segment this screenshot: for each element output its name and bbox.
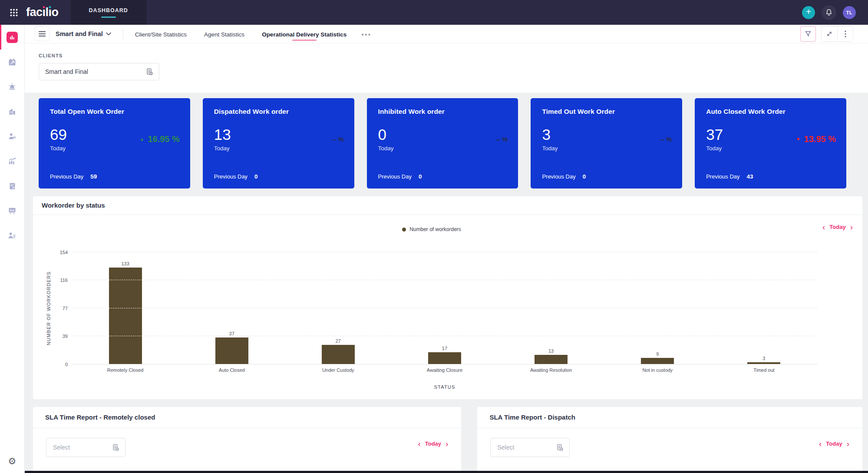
hamburger-icon bbox=[39, 31, 46, 37]
kpi-value: 3 bbox=[542, 127, 558, 142]
chart-growth-icon bbox=[8, 157, 17, 165]
clipboard-check-icon bbox=[8, 182, 17, 190]
kpi-change-text: 13.95 % bbox=[804, 134, 836, 144]
chevron-left-icon[interactable]: ‹ bbox=[822, 223, 825, 231]
calendar-wrench-icon bbox=[8, 58, 17, 66]
bar[interactable] bbox=[428, 352, 461, 364]
sla-body: ‹ Today › bbox=[33, 428, 461, 466]
x-tick-label: Auto Closed bbox=[178, 367, 285, 373]
kpi-change-text: -- % bbox=[332, 136, 344, 143]
kpi-period: Today bbox=[214, 145, 231, 152]
main-content: Smart and Final Client/Site Statistics A… bbox=[25, 25, 868, 473]
legend-dot-icon bbox=[402, 228, 406, 232]
kpi-change: -- % bbox=[657, 136, 672, 143]
filter-button[interactable] bbox=[800, 26, 816, 42]
x-tick-label: Awaiting Closure bbox=[391, 367, 498, 373]
kpi-value: 0 bbox=[378, 127, 394, 142]
sla-card-row: SLA Time Report - Remotely closed ‹ bbox=[33, 407, 863, 473]
bar-value-label: 133 bbox=[121, 261, 129, 266]
chevron-right-icon[interactable]: › bbox=[446, 440, 448, 448]
subnav-actions bbox=[800, 26, 853, 42]
sidebar-item-workforce[interactable] bbox=[7, 131, 18, 142]
sla-select-input[interactable] bbox=[47, 444, 99, 451]
kpi-title: Auto Closed Work Order bbox=[706, 108, 836, 116]
kpi-card-total-open: Total Open Work Order 69 Today ▲16.95 % … bbox=[39, 98, 190, 189]
bar-column: 133 bbox=[72, 252, 178, 364]
add-button[interactable]: + bbox=[802, 6, 815, 19]
chevron-right-icon[interactable]: › bbox=[850, 223, 853, 231]
kpi-card-timed-out: Timed Out Work Order 3 Today -- % Previo… bbox=[531, 98, 682, 189]
chevron-left-icon[interactable]: ‹ bbox=[418, 440, 420, 448]
gridline bbox=[72, 336, 817, 336]
bar[interactable] bbox=[215, 337, 248, 364]
dashboard-menu-button[interactable] bbox=[35, 26, 50, 41]
change-arrow-icon: ▲ bbox=[140, 137, 145, 142]
sla-body: ‹ Today › bbox=[477, 428, 862, 466]
fullscreen-button[interactable] bbox=[822, 26, 837, 41]
bar[interactable] bbox=[109, 268, 142, 364]
lookup-form-icon bbox=[556, 443, 564, 452]
more-tabs-button[interactable]: ••• bbox=[361, 30, 371, 39]
kpi-prev-value: 43 bbox=[747, 173, 753, 180]
kpi-period: Today bbox=[378, 145, 394, 152]
sidebar-item-maintenance[interactable] bbox=[7, 56, 18, 68]
chevron-left-icon[interactable]: ‹ bbox=[819, 440, 822, 448]
sidebar-item-board[interactable] bbox=[7, 205, 18, 216]
kpi-card-dispatched: Dispatched Work order 13 Today -- % Prev… bbox=[203, 98, 354, 189]
chart-range-label[interactable]: Today bbox=[829, 224, 845, 230]
kpi-title: Timed Out Work Order bbox=[542, 108, 672, 116]
clients-select[interactable]: Smart and Final bbox=[39, 63, 159, 80]
user-avatar[interactable]: TL bbox=[843, 6, 856, 19]
x-tick-label: Remotely Closed bbox=[72, 367, 178, 373]
kpi-change-text: -- % bbox=[660, 136, 672, 143]
tab-operational-delivery-statistics[interactable]: Operational Delivery Statistics bbox=[262, 25, 347, 43]
gridline bbox=[72, 252, 817, 252]
bar[interactable] bbox=[641, 358, 674, 364]
sidebar-item-facilities[interactable] bbox=[7, 106, 18, 117]
kpi-prev-label: Previous Day bbox=[50, 173, 83, 180]
chevron-right-icon[interactable]: › bbox=[847, 440, 849, 448]
gear-icon: ⚙ bbox=[8, 456, 17, 466]
sla-range-label[interactable]: Today bbox=[425, 440, 441, 447]
sidebar-item-analytics[interactable] bbox=[7, 155, 18, 167]
sidebar-item-alarms[interactable] bbox=[7, 81, 18, 93]
y-axis-title: NUMBER OF WORKORDERS bbox=[46, 252, 51, 364]
sla-select-input[interactable] bbox=[492, 444, 544, 451]
tab-agent-statistics[interactable]: Agent Statistics bbox=[204, 25, 244, 43]
sla-select-remotely-closed[interactable] bbox=[46, 438, 125, 457]
sla-select-dispatch[interactable] bbox=[490, 438, 570, 457]
sla-date-nav: ‹ Today › bbox=[819, 440, 849, 448]
legend-label: Number of workorders bbox=[409, 226, 461, 232]
lookup-form-icon bbox=[112, 443, 120, 452]
dashboard-switcher[interactable]: Smart and Final bbox=[56, 30, 111, 37]
sidebar-item-inspections[interactable] bbox=[7, 180, 18, 192]
chart-grid: 1333727171393 03977116154 bbox=[72, 252, 817, 364]
sidebar-item-settings[interactable]: ⚙ bbox=[7, 456, 18, 467]
gridline bbox=[72, 308, 817, 308]
sla-range-label[interactable]: Today bbox=[826, 440, 842, 447]
bar-column: 9 bbox=[604, 252, 711, 364]
presentation-board-icon bbox=[8, 206, 17, 215]
gridline bbox=[72, 280, 817, 280]
sidebar-active-indicator bbox=[0, 25, 1, 50]
clients-label: CLIENTS bbox=[39, 53, 854, 58]
bar-value-label: 27 bbox=[336, 338, 341, 344]
kpi-title: Dispatched Work order bbox=[214, 108, 344, 116]
sidebar-item-people[interactable] bbox=[7, 230, 18, 241]
avatar-initials: TL bbox=[846, 10, 852, 15]
workorder-by-status-card: Workorder by status ‹ Today › Number of … bbox=[33, 196, 863, 400]
sidebar-item-dashboard[interactable] bbox=[7, 32, 18, 43]
bar[interactable] bbox=[322, 345, 355, 364]
person-badge-icon bbox=[8, 132, 17, 141]
filters-panel: CLIENTS Smart and Final bbox=[25, 43, 868, 93]
notifications-button[interactable] bbox=[822, 5, 836, 20]
options-button[interactable] bbox=[837, 26, 853, 41]
tab-client-site-statistics[interactable]: Client/Site Statistics bbox=[135, 25, 187, 43]
apps-grid-icon[interactable] bbox=[10, 8, 18, 17]
y-tick-label: 154 bbox=[57, 250, 68, 255]
bar[interactable] bbox=[535, 355, 568, 364]
y-tick-label: 39 bbox=[57, 334, 68, 339]
kpi-prev-label: Previous Day bbox=[706, 173, 739, 180]
tab-dashboard[interactable]: DASHBOARD bbox=[71, 0, 146, 25]
chart-title: Workorder by status bbox=[42, 202, 105, 209]
